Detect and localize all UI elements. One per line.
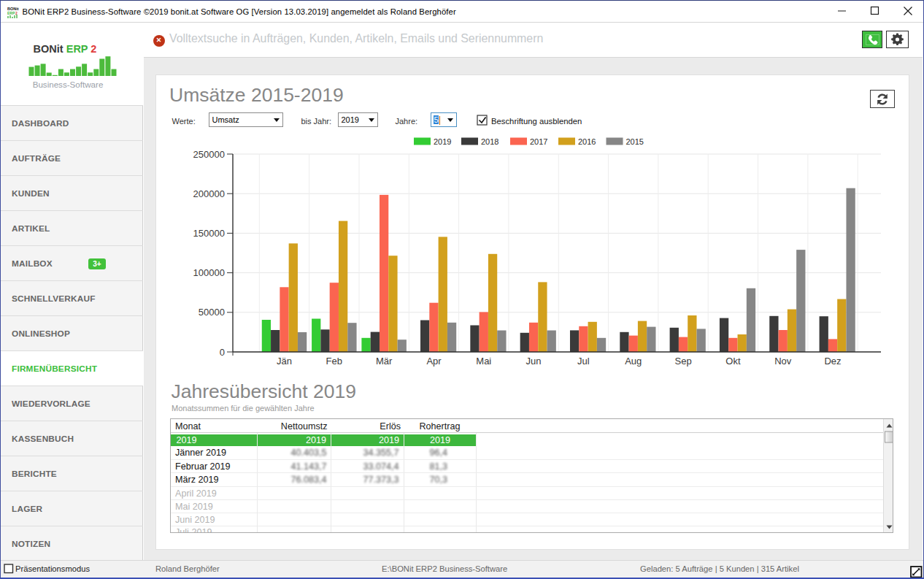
svg-text:200000: 200000 [193,188,224,199]
svg-text:2019: 2019 [434,137,451,146]
svg-text:ERP: ERP [7,10,15,15]
svg-text:Jun: Jun [525,356,541,367]
svg-text:Dez: Dez [824,356,841,367]
svg-text:Mär: Mär [375,356,392,367]
svg-text:2018: 2018 [481,137,498,146]
svg-text:Okt: Okt [725,356,741,367]
svg-text:0: 0 [219,347,224,358]
svg-text:Apr: Apr [426,356,442,367]
svg-text:2015: 2015 [625,137,643,146]
svg-text:100000: 100000 [193,267,224,278]
svg-text:150000: 150000 [193,228,224,239]
svg-text:Nov: Nov [774,356,792,367]
svg-text:Jul: Jul [577,356,590,367]
svg-text:Sep: Sep [674,356,691,367]
svg-text:250000: 250000 [193,149,224,160]
svg-text:50000: 50000 [198,307,224,318]
svg-text:Aug: Aug [625,356,642,367]
svg-text:Feb: Feb [326,356,342,367]
svg-text:2: 2 [15,10,18,15]
svg-text:2017: 2017 [530,137,547,146]
svg-text:2016: 2016 [578,137,596,146]
svg-text:Jän: Jän [277,356,292,367]
svg-text:Mai: Mai [476,356,491,367]
svg-text:Beschriftung ausblenden: Beschriftung ausblenden [491,117,582,126]
